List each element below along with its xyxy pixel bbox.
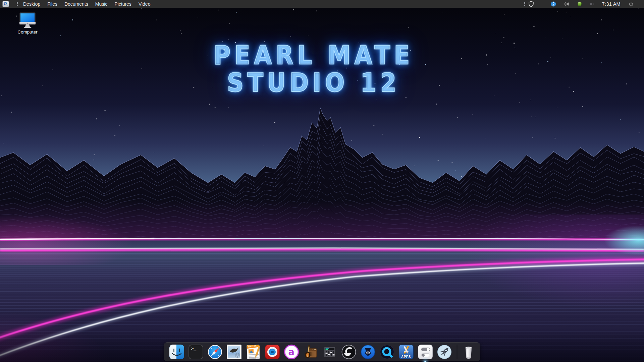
- dock-obs-studio[interactable]: [339, 343, 358, 362]
- recorder-icon: [265, 345, 280, 359]
- updates-icon[interactable]: [577, 1, 583, 7]
- dock-mail[interactable]: [224, 343, 244, 362]
- distro-logo-glyph: R.: [3, 2, 8, 6]
- desktop-icon-label: Computer: [17, 29, 37, 35]
- dock-guitar-tuner[interactable]: [358, 343, 377, 362]
- power-icon[interactable]: [628, 1, 634, 7]
- music-player-icon: a: [284, 345, 299, 359]
- menu-video[interactable]: Video: [138, 1, 151, 7]
- menu-list: Desktop Files Documents Music Pictures V…: [23, 1, 151, 7]
- panel-drag-handle[interactable]: [17, 2, 18, 6]
- dock-music-player[interactable]: a: [282, 343, 301, 362]
- menu-files[interactable]: Files: [47, 1, 58, 7]
- dock-trash[interactable]: [460, 343, 477, 362]
- dock-app-store[interactable]: APPS: [396, 343, 416, 362]
- finder-icon: [169, 345, 184, 359]
- computer-imac-icon: [18, 12, 37, 28]
- desktop-icon-computer[interactable]: Computer: [11, 12, 44, 35]
- dock-writer[interactable]: WRITER: [244, 343, 263, 362]
- volume-icon[interactable]: [589, 1, 595, 7]
- mixer-icon: [322, 345, 337, 359]
- shield-icon[interactable]: [528, 1, 534, 7]
- desktop-screen: PEARL MATE STUDIO 12 R. Desktop: [0, 0, 644, 362]
- quicktime-icon: [380, 345, 394, 359]
- dock-screen-recorder[interactable]: [263, 343, 282, 362]
- wallpaper-neon-title: PEARL MATE STUDIO 12: [0, 42, 627, 97]
- wallpaper-title-line2: STUDIO 12: [32, 69, 596, 97]
- dock-web-browser[interactable]: [205, 343, 224, 362]
- menu-bar: R. Desktop Files Documents Music Picture…: [0, 0, 644, 8]
- guitar-amp-icon: [303, 345, 318, 359]
- distro-logo-icon[interactable]: R.: [2, 1, 9, 7]
- dock-separator: [457, 345, 457, 359]
- dock-garageband[interactable]: [301, 343, 320, 362]
- dock-system-settings[interactable]: [416, 343, 435, 362]
- dock-terminal[interactable]: >_: [186, 343, 205, 362]
- app-store-icon: APPS: [399, 345, 414, 359]
- tuner-icon: [361, 345, 375, 359]
- menu-pictures[interactable]: Pictures: [114, 1, 132, 7]
- menu-documents[interactable]: Documents: [64, 1, 89, 7]
- writer-document-icon: WRITER: [246, 345, 261, 359]
- mail-stamp-icon: [227, 345, 241, 359]
- settings-toggles-icon: [418, 345, 433, 359]
- accessibility-icon[interactable]: [550, 1, 556, 7]
- browser-compass-icon: [208, 345, 222, 359]
- running-indicator: [424, 361, 426, 362]
- terminal-icon: >_: [189, 345, 203, 359]
- menu-music[interactable]: Music: [95, 1, 108, 7]
- dock-launchpad[interactable]: [435, 343, 454, 362]
- dock: >_: [164, 342, 480, 361]
- clock[interactable]: 7:31 AM: [602, 1, 621, 7]
- dock-finder[interactable]: [167, 343, 186, 362]
- dock-quicktime[interactable]: [377, 343, 396, 362]
- wallpaper-title-line1: PEARL MATE: [32, 42, 596, 69]
- launchpad-rocket-icon: [437, 345, 452, 359]
- dock-audio-mixer[interactable]: [320, 343, 339, 362]
- network-icon[interactable]: [564, 1, 570, 7]
- system-tray: 7:31 AM: [524, 1, 644, 7]
- obs-icon: [341, 345, 356, 359]
- trash-icon: [461, 345, 476, 359]
- tray-drag-handle[interactable]: [524, 2, 525, 6]
- menu-desktop[interactable]: Desktop: [23, 1, 41, 7]
